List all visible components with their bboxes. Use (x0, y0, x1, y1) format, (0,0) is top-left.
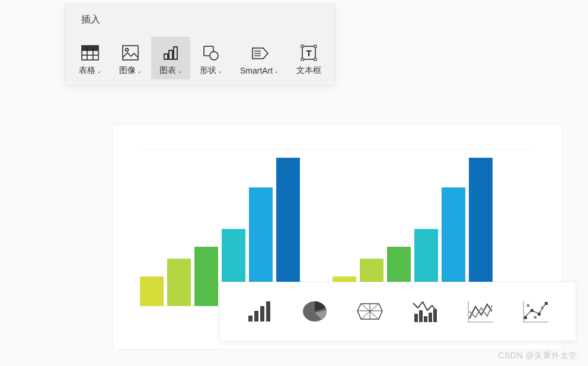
bar (167, 259, 191, 306)
svg-rect-17 (301, 45, 303, 47)
chart-type-column[interactable] (242, 294, 277, 329)
chart-icon (162, 43, 179, 63)
chevron-down-icon: ⌄ (218, 68, 222, 74)
shape-button[interactable]: 形状⌄ (191, 37, 231, 79)
svg-rect-43 (545, 302, 548, 305)
smartart-button[interactable]: SmartArt⌄ (232, 37, 287, 79)
svg-rect-22 (248, 316, 253, 322)
svg-point-46 (541, 307, 544, 310)
svg-rect-6 (123, 46, 138, 60)
svg-rect-5 (82, 46, 98, 50)
svg-rect-32 (419, 310, 423, 322)
chart-button[interactable]: 图表⌄ (151, 37, 190, 79)
svg-point-44 (527, 304, 530, 307)
ribbon-items: 表格⌄ 图像⌄ 图表⌄ 形状⌄ SmartArt⌄ (65, 33, 335, 85)
image-icon (122, 43, 139, 63)
watermark: CSDN @失重外太空. (498, 351, 580, 361)
chart-type-scatter[interactable] (519, 294, 553, 329)
svg-rect-10 (174, 47, 177, 59)
chart-type-pie[interactable] (298, 294, 332, 329)
shape-label: 形状 (200, 65, 216, 76)
svg-rect-23 (254, 311, 258, 322)
chevron-down-icon: ⌄ (97, 68, 101, 74)
chart-type-selector (219, 282, 576, 341)
bar (140, 276, 164, 306)
chart-type-histogram[interactable] (408, 294, 443, 329)
textbox-button[interactable]: T 文本框 (288, 37, 330, 79)
svg-rect-18 (314, 45, 317, 47)
chevron-down-icon: ⌄ (177, 68, 182, 74)
insert-ribbon: 插入 表格⌄ 图像⌄ 图表⌄ 形状⌄ (64, 4, 336, 86)
svg-rect-33 (424, 316, 427, 322)
table-icon (81, 43, 99, 63)
svg-point-45 (534, 316, 537, 319)
image-button[interactable]: 图像⌄ (111, 37, 150, 79)
image-label: 图像 (119, 65, 136, 76)
textbox-label: 文本框 (296, 65, 321, 76)
smartart-label: SmartArt (240, 66, 273, 75)
table-label: 表格 (79, 65, 95, 76)
chart-type-line[interactable] (464, 294, 498, 329)
gridline (143, 149, 533, 149)
svg-rect-20 (314, 58, 317, 61)
svg-rect-8 (164, 54, 168, 59)
bar (194, 247, 218, 306)
svg-rect-24 (260, 306, 264, 322)
svg-rect-40 (524, 316, 527, 319)
shape-icon (202, 43, 220, 63)
smartart-icon (250, 43, 269, 63)
svg-rect-25 (266, 301, 270, 322)
svg-rect-42 (538, 313, 541, 316)
chart-type-3d[interactable] (353, 294, 387, 329)
table-button[interactable]: 表格⌄ (71, 37, 110, 79)
svg-point-7 (126, 49, 129, 52)
svg-rect-35 (433, 309, 437, 322)
textbox-icon: T (301, 43, 317, 63)
svg-rect-34 (429, 313, 432, 322)
svg-rect-41 (531, 309, 533, 312)
ribbon-tab-insert[interactable]: 插入 (65, 4, 117, 33)
chevron-down-icon: ⌄ (274, 68, 279, 74)
svg-rect-19 (301, 58, 303, 61)
svg-text:T: T (306, 48, 312, 58)
chart-label: 图表 (159, 65, 176, 76)
chevron-down-icon: ⌄ (137, 68, 142, 74)
svg-rect-9 (169, 50, 172, 59)
svg-point-12 (210, 52, 218, 60)
svg-rect-31 (414, 314, 418, 322)
